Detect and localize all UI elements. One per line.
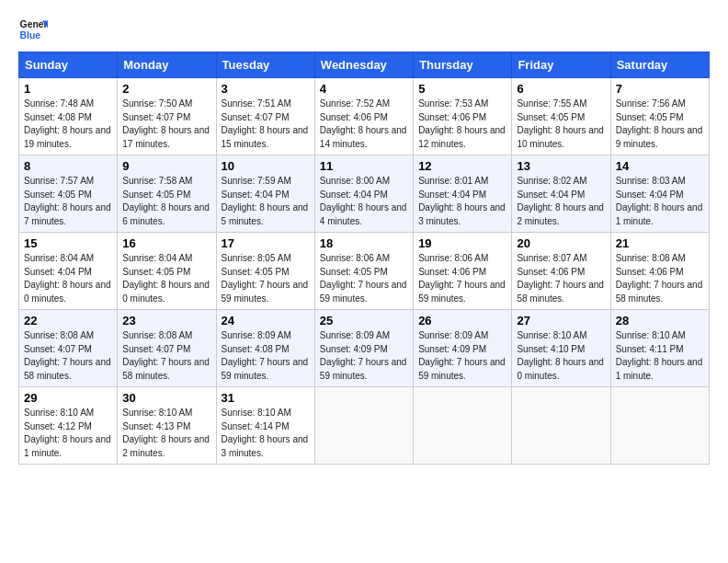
day-info: Sunrise: 8:06 AM Sunset: 4:05 PM Dayligh… [320,252,408,305]
day-number: 31 [222,391,310,405]
calendar-cell: 8 Sunrise: 7:57 AM Sunset: 4:05 PM Dayli… [19,155,118,233]
day-number: 15 [24,236,112,250]
day-number: 4 [320,82,408,96]
header-monday: Monday [118,52,216,78]
day-info: Sunrise: 8:09 AM Sunset: 4:09 PM Dayligh… [418,329,506,383]
day-number: 9 [122,159,210,173]
day-info: Sunrise: 7:55 AM Sunset: 4:05 PM Dayligh… [517,98,605,151]
day-info: Sunrise: 8:10 AM Sunset: 4:12 PM Dayligh… [24,407,112,460]
day-info: Sunrise: 7:52 AM Sunset: 4:06 PM Dayligh… [320,98,408,151]
day-number: 5 [418,82,506,96]
calendar-table: SundayMondayTuesdayWednesdayThursdayFrid… [18,52,710,465]
day-info: Sunrise: 8:07 AM Sunset: 4:06 PM Dayligh… [517,252,605,305]
day-number: 21 [616,236,704,250]
calendar-body: 1 Sunrise: 7:48 AM Sunset: 4:08 PM Dayli… [19,78,710,465]
calendar-cell: 2 Sunrise: 7:50 AM Sunset: 4:07 PM Dayli… [118,78,216,155]
calendar-cell: 26 Sunrise: 8:09 AM Sunset: 4:09 PM Dayl… [414,310,512,387]
calendar-cell: 23 Sunrise: 8:08 AM Sunset: 4:07 PM Dayl… [118,310,216,387]
day-number: 10 [222,159,310,173]
day-info: Sunrise: 8:10 AM Sunset: 4:13 PM Dayligh… [122,407,210,460]
calendar-cell: 9 Sunrise: 7:58 AM Sunset: 4:05 PM Dayli… [118,155,216,233]
day-info: Sunrise: 8:08 AM Sunset: 4:07 PM Dayligh… [122,329,210,383]
svg-text:Blue: Blue [20,30,41,40]
header-thursday: Thursday [414,52,512,78]
day-info: Sunrise: 8:10 AM Sunset: 4:11 PM Dayligh… [616,329,704,383]
calendar-cell: 18 Sunrise: 8:06 AM Sunset: 4:05 PM Dayl… [314,233,413,310]
calendar-cell: 10 Sunrise: 7:59 AM Sunset: 4:04 PM Dayl… [216,155,314,233]
calendar-cell: 1 Sunrise: 7:48 AM Sunset: 4:08 PM Dayli… [19,78,118,155]
logo: General Blue [18,15,48,44]
day-info: Sunrise: 8:04 AM Sunset: 4:05 PM Dayligh… [122,252,210,305]
calendar-cell: 20 Sunrise: 8:07 AM Sunset: 4:06 PM Dayl… [512,233,610,310]
day-info: Sunrise: 8:09 AM Sunset: 4:08 PM Dayligh… [222,329,310,383]
logo-icon: General Blue [18,15,48,44]
calendar-cell: 5 Sunrise: 7:53 AM Sunset: 4:06 PM Dayli… [414,78,512,155]
day-info: Sunrise: 7:56 AM Sunset: 4:05 PM Dayligh… [616,98,704,151]
calendar-cell: 11 Sunrise: 8:00 AM Sunset: 4:04 PM Dayl… [314,155,413,233]
calendar-week-row: 29 Sunrise: 8:10 AM Sunset: 4:12 PM Dayl… [19,387,710,465]
day-info: Sunrise: 7:57 AM Sunset: 4:05 PM Dayligh… [24,175,112,228]
header-friday: Friday [512,52,610,78]
header-wednesday: Wednesday [314,52,413,78]
day-number: 12 [418,159,506,173]
calendar-cell: 7 Sunrise: 7:56 AM Sunset: 4:05 PM Dayli… [610,78,709,155]
day-info: Sunrise: 7:59 AM Sunset: 4:04 PM Dayligh… [222,175,310,228]
day-number: 14 [616,159,704,173]
day-number: 3 [222,82,310,96]
day-info: Sunrise: 8:00 AM Sunset: 4:04 PM Dayligh… [320,175,408,228]
calendar-cell: 19 Sunrise: 8:06 AM Sunset: 4:06 PM Dayl… [414,233,512,310]
day-number: 25 [320,314,408,327]
calendar-cell [414,387,512,465]
day-number: 26 [418,314,506,327]
day-info: Sunrise: 8:03 AM Sunset: 4:04 PM Dayligh… [616,175,704,228]
day-number: 20 [517,236,605,250]
day-info: Sunrise: 7:53 AM Sunset: 4:06 PM Dayligh… [418,98,506,151]
calendar-cell: 31 Sunrise: 8:10 AM Sunset: 4:14 PM Dayl… [216,387,314,465]
day-number: 23 [122,314,210,327]
day-number: 13 [517,159,605,173]
calendar-week-row: 1 Sunrise: 7:48 AM Sunset: 4:08 PM Dayli… [19,78,710,155]
calendar-cell: 3 Sunrise: 7:51 AM Sunset: 4:07 PM Dayli… [216,78,314,155]
calendar-cell: 29 Sunrise: 8:10 AM Sunset: 4:12 PM Dayl… [19,387,118,465]
day-info: Sunrise: 7:50 AM Sunset: 4:07 PM Dayligh… [122,98,210,151]
calendar-cell: 30 Sunrise: 8:10 AM Sunset: 4:13 PM Dayl… [118,387,216,465]
calendar-cell: 22 Sunrise: 8:08 AM Sunset: 4:07 PM Dayl… [19,310,118,387]
header-tuesday: Tuesday [216,52,314,78]
calendar-cell: 25 Sunrise: 8:09 AM Sunset: 4:09 PM Dayl… [314,310,413,387]
calendar-header-row: SundayMondayTuesdayWednesdayThursdayFrid… [19,52,710,78]
day-info: Sunrise: 8:05 AM Sunset: 4:05 PM Dayligh… [222,252,310,305]
calendar-cell: 14 Sunrise: 8:03 AM Sunset: 4:04 PM Dayl… [610,155,709,233]
day-number: 16 [122,236,210,250]
day-number: 19 [418,236,506,250]
day-number: 8 [24,159,112,173]
day-info: Sunrise: 8:09 AM Sunset: 4:09 PM Dayligh… [320,329,408,383]
day-number: 29 [24,391,112,405]
calendar-cell: 6 Sunrise: 7:55 AM Sunset: 4:05 PM Dayli… [512,78,610,155]
calendar-week-row: 15 Sunrise: 8:04 AM Sunset: 4:04 PM Dayl… [19,233,710,310]
day-info: Sunrise: 8:02 AM Sunset: 4:04 PM Dayligh… [517,175,605,228]
calendar-cell: 17 Sunrise: 8:05 AM Sunset: 4:05 PM Dayl… [216,233,314,310]
page-header: General Blue [18,15,710,44]
day-info: Sunrise: 8:10 AM Sunset: 4:10 PM Dayligh… [517,329,605,383]
header-sunday: Sunday [19,52,118,78]
day-number: 2 [122,82,210,96]
day-number: 28 [616,314,704,327]
day-info: Sunrise: 8:04 AM Sunset: 4:04 PM Dayligh… [24,252,112,305]
calendar-cell: 12 Sunrise: 8:01 AM Sunset: 4:04 PM Dayl… [414,155,512,233]
day-info: Sunrise: 7:51 AM Sunset: 4:07 PM Dayligh… [222,98,310,151]
calendar-cell: 24 Sunrise: 8:09 AM Sunset: 4:08 PM Dayl… [216,310,314,387]
day-info: Sunrise: 8:08 AM Sunset: 4:07 PM Dayligh… [24,329,112,383]
day-number: 6 [517,82,605,96]
day-info: Sunrise: 7:58 AM Sunset: 4:05 PM Dayligh… [122,175,210,228]
day-number: 18 [320,236,408,250]
day-info: Sunrise: 7:48 AM Sunset: 4:08 PM Dayligh… [24,98,112,151]
calendar-cell: 27 Sunrise: 8:10 AM Sunset: 4:10 PM Dayl… [512,310,610,387]
calendar-cell: 15 Sunrise: 8:04 AM Sunset: 4:04 PM Dayl… [19,233,118,310]
calendar-week-row: 22 Sunrise: 8:08 AM Sunset: 4:07 PM Dayl… [19,310,710,387]
calendar-cell: 13 Sunrise: 8:02 AM Sunset: 4:04 PM Dayl… [512,155,610,233]
day-number: 30 [122,391,210,405]
day-info: Sunrise: 8:10 AM Sunset: 4:14 PM Dayligh… [222,407,310,460]
calendar-cell: 16 Sunrise: 8:04 AM Sunset: 4:05 PM Dayl… [118,233,216,310]
day-info: Sunrise: 8:08 AM Sunset: 4:06 PM Dayligh… [616,252,704,305]
calendar-cell: 21 Sunrise: 8:08 AM Sunset: 4:06 PM Dayl… [610,233,709,310]
